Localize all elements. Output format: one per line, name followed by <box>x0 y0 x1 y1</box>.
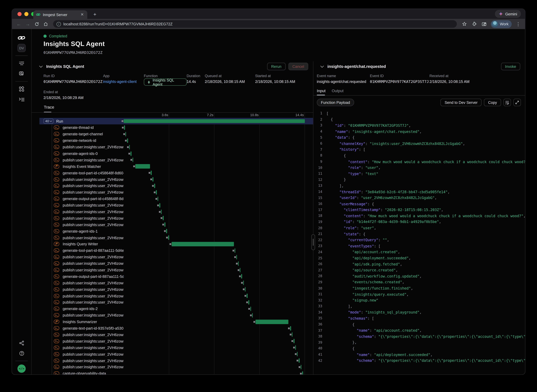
trace-row[interactable]: publish:user:insights:user_2VH6zowmh... <box>39 176 313 182</box>
trace-row[interactable]: publish:user:insights:user_2VH6zowmh... <box>39 221 313 228</box>
screen: Inngest Server ✕ + Gemini <box>0 0 537 392</box>
cancel-button[interactable]: Cancel <box>288 63 308 70</box>
trace-row[interactable]: publish:user:insights:user_2VH6zowmh... <box>39 202 313 209</box>
profile-chip[interactable]: Work <box>491 20 512 28</box>
new-tab-button[interactable]: + <box>91 11 98 18</box>
trace-row[interactable]: generate-agent-ids-2 <box>39 306 313 312</box>
send-to-dev-server-button[interactable]: Send to Dev Server <box>440 99 481 106</box>
function-pill[interactable]: Insights SQL Agent <box>144 79 187 86</box>
trace-step-label: generate-text-part-id-9357e5f0-a530-4... <box>63 326 124 330</box>
home-icon[interactable] <box>42 21 49 28</box>
trace-row[interactable]: publish:user:insights:user_2VH6zowmh... <box>39 254 313 260</box>
chevron-down-icon[interactable] <box>39 64 43 67</box>
trace-row[interactable]: generate-tool-part-id-887aa111-5d4e-45..… <box>39 247 313 254</box>
trace-row[interactable]: publish:user:insights:user_2VH6zowmh... <box>39 260 313 267</box>
browser-tab[interactable]: Inngest Server ✕ <box>33 10 87 19</box>
sidebar-item-events[interactable] <box>15 69 28 78</box>
trace-row[interactable]: publish:user:insights:user_2VH6zowmh... <box>39 234 313 241</box>
copy-button[interactable]: Copy <box>484 99 501 106</box>
gemini-button[interactable]: Gemini <box>495 10 521 18</box>
share-icon[interactable] <box>15 339 28 347</box>
line-number: 3 <box>313 124 322 127</box>
queue-marker <box>237 269 239 271</box>
minimize-window-button[interactable] <box>24 12 28 16</box>
trace-row[interactable]: generate-text-part-id-9357e5f0-a530-4... <box>39 325 313 331</box>
queue-marker <box>292 340 293 342</box>
rerun-button[interactable]: Rerun <box>267 63 286 70</box>
trace-row[interactable]: Insights Event Matcher <box>39 163 313 170</box>
sidebar-item-runs[interactable] <box>15 59 28 68</box>
trace-row[interactable]: publish:user:insights:user_2VH6zowmh... <box>39 286 313 293</box>
url-bar[interactable]: i localhost:8288/run?runID=01KHRMPW77GVM… <box>53 20 457 28</box>
trace-row[interactable]: publish:user:insights:user_2VH6zowmh... <box>39 144 313 150</box>
trace-row[interactable]: publish:user:insights:user_2VH6zowmh... <box>39 280 313 286</box>
trace-row[interactable]: Insights Summarizer <box>39 318 313 325</box>
env-avatar[interactable]: DV <box>18 44 26 52</box>
inngest-logo-icon[interactable] <box>15 33 28 42</box>
trace-row[interactable]: publish:user:insights:user_2VH6zowmh... <box>39 357 313 364</box>
help-icon[interactable] <box>15 349 28 358</box>
bookmark-star-icon[interactable] <box>461 21 468 28</box>
rail-divider <box>15 361 28 361</box>
trace-row[interactable]: publish:user:insights:user_2VH6zowmh... <box>39 293 313 299</box>
expand-icon[interactable] <box>513 99 521 106</box>
dev-tools-button[interactable]: </> <box>18 364 26 373</box>
trace-row[interactable]: publish:user:insights:user_2VH6zowmh... <box>39 312 313 318</box>
trace-row[interactable]: generate-tool-part-id-c458648f-8d60-... <box>39 170 313 176</box>
chevron-down-icon[interactable] <box>320 64 324 67</box>
window-controls[interactable] <box>18 12 35 16</box>
trace-row[interactable]: publish:user:insights:user_2VH6zowmh... <box>39 331 313 338</box>
payload-json[interactable]: 1[2 {3 "id": "01KHRMPVZP0V977KAT2GP3ST7J… <box>313 109 525 375</box>
trace-row[interactable]: publish:user:insights:user_2VH6zowmh... <box>39 344 313 351</box>
trace-row[interactable]: publish:user:insights:user_2VH6zowmh... <box>39 209 313 215</box>
forward-icon[interactable]: → <box>24 21 31 28</box>
tab-trace[interactable]: Trace <box>44 104 313 113</box>
trace-row[interactable]: generate-target-channel <box>39 131 313 137</box>
trace-row[interactable]: generate-agent-ids-0 <box>39 150 313 157</box>
line-number: 6 <box>313 142 322 145</box>
trace-row[interactable]: publish:user:insights:user_2VH6zowmh... <box>39 364 313 370</box>
browser-menu-icon[interactable]: ⋮ <box>515 21 522 28</box>
trace-step-label: Insights Summarizer <box>63 320 97 324</box>
trace-row[interactable]: Insights Query Writer <box>39 241 313 247</box>
field-label: Started at <box>255 74 307 78</box>
invoke-button[interactable]: Invoke <box>501 63 520 70</box>
trace-row[interactable]: publish:user:insights:user_2VH6zowmh... <box>39 351 313 357</box>
trace-row[interactable]: publish:user:insights:user_2VH6zowmh... <box>39 215 313 221</box>
tab-output[interactable]: Output <box>332 89 343 95</box>
pane-divider[interactable] <box>313 61 313 375</box>
json-line: 30 "inngest/function.finished", <box>313 285 525 291</box>
json-line: 1[ <box>313 110 525 116</box>
trace-row[interactable]: generate-network-id <box>39 137 313 144</box>
site-info-icon[interactable]: i <box>56 22 61 26</box>
url-text[interactable]: localhost:8288/run?runID=01KHRMPW77GVMAJ… <box>63 22 173 26</box>
trace-row[interactable]: generate-thread-id <box>39 124 313 131</box>
trace-row[interactable]: capture-observability-data <box>39 370 313 375</box>
trace-row[interactable]: generate-output-part-id-887aa111-5d4... <box>39 273 313 280</box>
tab-search-icon[interactable] <box>481 21 487 28</box>
tab-input[interactable]: Input <box>317 89 326 95</box>
trace-row[interactable]: generate-agent-ids-1 <box>39 228 313 234</box>
trace-row[interactable]: generate-output-part-id-c458648f-8d6... <box>39 196 313 202</box>
payload-type-pill[interactable]: Function Payload <box>317 99 354 106</box>
trace-row[interactable]: publish:user:insights:user_2VH6zowmh... <box>39 338 313 344</box>
word-wrap-icon[interactable] <box>503 99 511 106</box>
trace-row-run[interactable]: 40 Run <box>39 118 313 124</box>
tab-close-icon[interactable]: ✕ <box>80 12 84 17</box>
line-number: 11 <box>313 172 322 176</box>
line-number: 33 <box>313 304 322 308</box>
trace-row[interactable]: publish:user:insights:user_2VH6zowmh... <box>39 267 313 273</box>
reload-icon[interactable] <box>33 21 40 28</box>
close-window-button[interactable] <box>18 12 22 16</box>
extensions-icon[interactable] <box>471 21 478 28</box>
sidebar-item-dev-server[interactable] <box>15 95 28 104</box>
trace-row[interactable]: publish:user:insights:user_2VH6zowmh... <box>39 157 313 163</box>
trace-row[interactable]: publish:user:insights:user_2VH6zowmh... <box>39 299 313 306</box>
back-icon[interactable]: ← <box>15 21 22 28</box>
trace-row[interactable]: publish:user:insights:user_2VH6zowmh... <box>39 189 313 196</box>
app-link[interactable]: insights-agent-client <box>103 79 144 84</box>
span-bar <box>301 365 301 369</box>
trace-row[interactable]: publish:user:insights:user_2VH6zowmh... <box>39 182 313 189</box>
sidebar-item-apps[interactable] <box>15 85 28 93</box>
child-count-badge[interactable]: 40 <box>43 119 53 124</box>
